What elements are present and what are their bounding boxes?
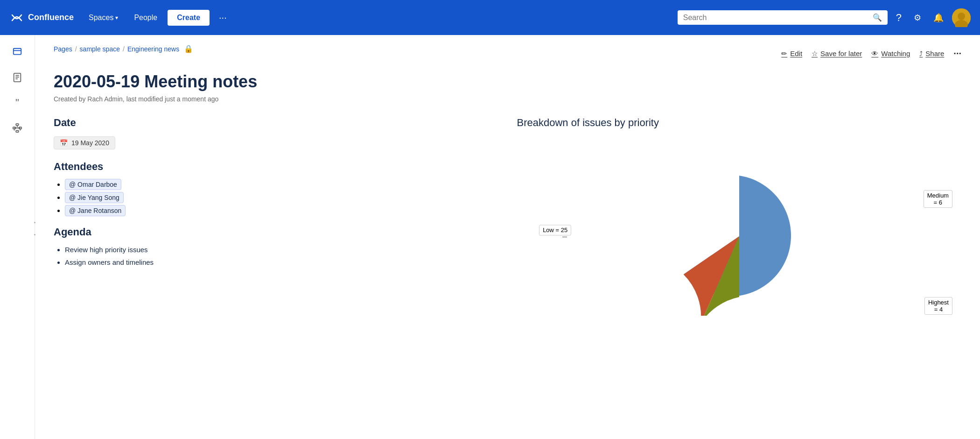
share-button[interactable]: ⤴ Share [919, 50, 944, 57]
sidebar-quote-icon[interactable]: " [7, 92, 28, 113]
attendees-section: Attendees @ Omar Darboe @ Jie Yang Song … [54, 161, 498, 215]
content-grid: Date 📅 19 May 2020 Attendees @ Omar Darb… [54, 117, 961, 330]
logo-text: Confluence [28, 13, 74, 22]
search-bar[interactable]: 🔍 [678, 10, 888, 25]
edit-button[interactable]: ✏ Edit [781, 50, 802, 58]
share-icon: ⤴ [919, 50, 923, 57]
date-badge: 📅 19 May 2020 [54, 136, 115, 149]
date-heading: Date [54, 117, 498, 129]
watching-button[interactable]: 👁 Watching [871, 50, 910, 57]
breadcrumb-current-page: Engineering news [127, 45, 179, 53]
breadcrumb-space[interactable]: sample space [80, 45, 120, 53]
svg-rect-0 [9, 10, 24, 25]
lock-icon: 🔒 [184, 44, 193, 53]
list-item: @ Jie Yang Song [65, 193, 498, 202]
page-more-button[interactable]: ··· [953, 48, 961, 59]
breadcrumb: Pages / sample space / Engineering news … [54, 44, 193, 53]
search-icon: 🔍 [873, 13, 882, 22]
chart-section: Breakdown of issues by priority [517, 117, 962, 330]
main-content: Pages / sample space / Engineering news … [35, 35, 980, 439]
help-button[interactable]: ? [892, 8, 905, 28]
sidebar-hierarchy-icon[interactable] [7, 118, 28, 138]
pencil-icon: ✏ [781, 50, 787, 58]
nav-more-button[interactable]: ··· [214, 8, 231, 27]
notifications-button[interactable]: 🔔 [930, 9, 947, 27]
gear-icon: ⚙ [914, 13, 921, 22]
attendee-1[interactable]: @ Omar Darboe [65, 179, 121, 190]
svg-rect-10 [16, 124, 19, 126]
list-item: Review high priority issues [65, 246, 498, 254]
bell-icon: 🔔 [933, 13, 944, 22]
chart-label-medium: Medium= 6 [924, 190, 952, 208]
people-nav-button[interactable]: People [128, 10, 163, 26]
page-meta: Created by Rach Admin, last modified jus… [54, 95, 961, 103]
agenda-section: Agenda Review high priority issues Assig… [54, 226, 498, 266]
agenda-heading: Agenda [54, 226, 498, 238]
user-avatar[interactable] [952, 8, 971, 27]
agenda-item-2: Assign owners and timelines [65, 258, 154, 266]
chart-label-low: Low = 25 [539, 225, 571, 244]
top-navigation: Confluence Spaces ▾ People Create ··· 🔍 … [0, 0, 980, 35]
create-button[interactable]: Create [168, 10, 210, 26]
svg-rect-4 [14, 49, 21, 55]
highest-label: Highest= 4 [928, 299, 949, 313]
spaces-menu[interactable]: Spaces ▾ [83, 10, 124, 26]
save-for-later-button[interactable]: ☆ Save for later [812, 50, 862, 58]
confluence-logo[interactable]: Confluence [9, 10, 74, 25]
search-input[interactable] [683, 14, 869, 22]
eye-icon: 👁 [871, 50, 878, 57]
page-actions: ✏ Edit ☆ Save for later 👁 Watching ⤴ Sha… [781, 48, 961, 59]
agenda-item-1: Review high priority issues [65, 246, 148, 254]
question-icon: ? [896, 12, 902, 23]
settings-button[interactable]: ⚙ [910, 9, 925, 27]
low-label: Low = 25 [543, 227, 567, 234]
sidebar-home-icon[interactable] [7, 42, 28, 63]
sidebar-page-icon[interactable] [7, 67, 28, 88]
list-item: @ Jane Rotanson [65, 206, 498, 215]
attendees-list: @ Omar Darboe @ Jie Yang Song @ Jane Rot… [54, 180, 498, 215]
calendar-icon: 📅 [60, 139, 68, 147]
svg-rect-13 [16, 131, 19, 133]
agenda-list: Review high priority issues Assign owner… [54, 246, 498, 266]
attendee-2[interactable]: @ Jie Yang Song [65, 192, 124, 203]
star-icon: ☆ [812, 50, 818, 58]
breadcrumb-pages[interactable]: Pages [54, 45, 72, 53]
left-sidebar: " [0, 35, 35, 439]
medium-label: Medium= 6 [927, 192, 949, 206]
left-content: Date 📅 19 May 2020 Attendees @ Omar Darb… [54, 117, 498, 330]
date-value: 19 May 2020 [71, 139, 109, 147]
chart-label-highest: Highest= 4 [924, 297, 952, 315]
chevron-down-icon: ▾ [115, 14, 118, 21]
pie-chart-svg [660, 157, 819, 316]
svg-point-2 [958, 13, 965, 20]
list-item: @ Omar Darboe [65, 180, 498, 189]
list-item: Assign owners and timelines [65, 258, 498, 266]
page-title: 2020-05-19 Meeting notes [54, 72, 961, 92]
chart-title: Breakdown of issues by priority [517, 117, 962, 129]
chart-container: Low = 25 Medium= 6 Highest= 4 [517, 143, 962, 330]
attendees-heading: Attendees [54, 161, 498, 173]
attendee-3[interactable]: @ Jane Rotanson [65, 205, 126, 216]
